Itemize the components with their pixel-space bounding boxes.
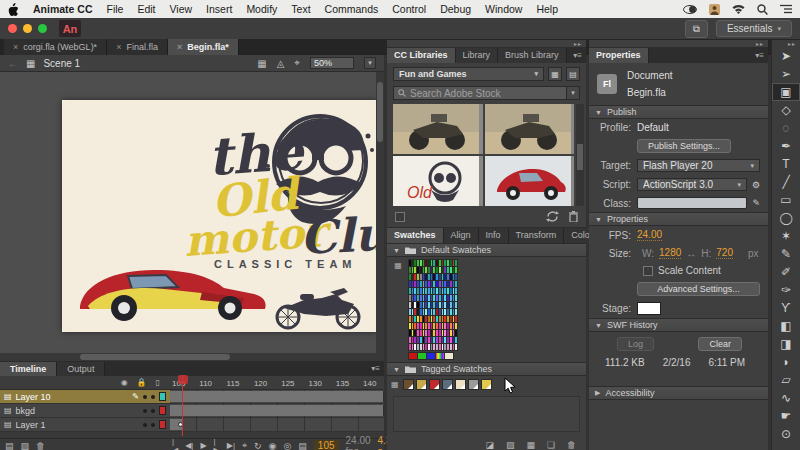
color-swatch[interactable] <box>414 323 416 329</box>
color-swatch[interactable] <box>453 295 455 301</box>
color-swatch[interactable] <box>431 330 433 336</box>
color-swatch[interactable] <box>412 309 414 315</box>
color-swatch[interactable] <box>433 274 435 280</box>
color-swatch[interactable] <box>414 302 416 308</box>
color-swatch[interactable] <box>409 353 417 359</box>
color-swatch[interactable] <box>431 302 433 308</box>
color-swatch[interactable] <box>425 281 427 287</box>
color-swatch[interactable] <box>442 260 444 266</box>
color-swatch[interactable] <box>428 281 430 287</box>
color-swatch[interactable] <box>414 274 416 280</box>
rectangle-tool[interactable]: ▭ <box>772 191 800 209</box>
color-swatch[interactable] <box>439 344 441 350</box>
wifi-icon[interactable] <box>732 4 745 14</box>
close-window-button[interactable] <box>8 24 17 33</box>
color-swatch[interactable] <box>444 295 446 301</box>
target-dropdown[interactable]: Flash Player 20▾ <box>637 159 760 172</box>
layer-outline-color-chip[interactable] <box>159 420 166 429</box>
lasso-tool[interactable]: ◌ <box>772 119 800 137</box>
color-swatch[interactable] <box>428 260 430 266</box>
color-swatch[interactable] <box>412 288 414 294</box>
height-value[interactable]: 720 <box>716 247 733 259</box>
layer-frames[interactable] <box>170 390 384 403</box>
document-tab[interactable]: ×corgi.fla (WebGL)* <box>4 39 107 55</box>
color-swatch[interactable] <box>428 288 430 294</box>
color-swatch[interactable] <box>409 323 411 329</box>
color-swatch[interactable] <box>420 344 422 350</box>
library-item-motorcycle-photo[interactable] <box>393 104 483 154</box>
current-frame-indicator[interactable]: 105 <box>314 440 339 450</box>
color-swatch[interactable] <box>453 344 455 350</box>
color-swatch[interactable] <box>450 316 452 322</box>
color-swatch[interactable] <box>414 330 416 336</box>
color-swatch[interactable] <box>455 288 457 294</box>
free-transform-tool[interactable]: ▣ <box>772 83 800 101</box>
color-swatch[interactable] <box>428 323 430 329</box>
line-tool[interactable]: ╱ <box>772 173 800 191</box>
new-folder-icon[interactable]: ▨ <box>21 441 30 450</box>
color-swatch[interactable] <box>450 274 452 280</box>
search-input[interactable]: Search Adobe Stock <box>393 86 567 100</box>
color-swatch[interactable] <box>409 316 411 322</box>
width-tool[interactable]: ∿ <box>772 389 800 407</box>
color-swatch[interactable] <box>439 309 441 315</box>
color-swatch[interactable] <box>455 309 457 315</box>
color-swatch[interactable] <box>453 316 455 322</box>
color-swatch[interactable] <box>442 323 444 329</box>
color-swatch[interactable] <box>423 260 425 266</box>
color-swatch[interactable] <box>444 330 446 336</box>
play-button[interactable]: ▶ <box>200 441 206 450</box>
color-swatch[interactable] <box>442 344 444 350</box>
polystar-tool[interactable]: ✶ <box>772 227 800 245</box>
color-swatch[interactable] <box>433 330 435 336</box>
color-swatch[interactable] <box>439 316 441 322</box>
color-swatch[interactable] <box>412 330 414 336</box>
color-swatch[interactable] <box>431 288 433 294</box>
publish-section-header[interactable]: ▼ Publish <box>589 105 768 119</box>
color-swatch[interactable] <box>409 267 411 273</box>
hand-tool[interactable]: ☛ <box>772 407 800 425</box>
color-swatch[interactable] <box>442 316 444 322</box>
color-swatch[interactable] <box>444 260 446 266</box>
color-swatch[interactable] <box>453 337 455 343</box>
eyedropper-tool[interactable]: ◗ <box>772 353 800 371</box>
color-swatch[interactable] <box>409 302 411 308</box>
color-swatch[interactable] <box>447 260 449 266</box>
onion-skin-outlines-icon[interactable]: ◎ <box>283 441 291 450</box>
color-swatch[interactable] <box>453 260 455 266</box>
color-swatch[interactable] <box>417 274 419 280</box>
color-swatch[interactable] <box>447 267 449 273</box>
layer-visibility-dot[interactable] <box>143 395 147 399</box>
zoom-tool[interactable]: ⊙ <box>772 425 800 443</box>
menu-help[interactable]: Help <box>536 3 558 15</box>
color-swatch[interactable] <box>412 267 414 273</box>
color-swatch[interactable] <box>431 337 433 343</box>
color-swatch[interactable] <box>453 302 455 308</box>
color-swatch[interactable] <box>412 316 414 322</box>
color-swatch[interactable] <box>433 302 435 308</box>
layer-row[interactable]: ▤bkgd <box>0 404 384 418</box>
grid-view-icon[interactable]: ▦ <box>548 67 562 81</box>
zoom-window-button[interactable] <box>38 24 47 33</box>
color-swatch[interactable] <box>436 260 438 266</box>
color-swatch[interactable] <box>447 323 449 329</box>
color-swatch[interactable] <box>442 267 444 273</box>
color-swatch[interactable] <box>417 302 419 308</box>
color-swatch[interactable] <box>439 260 441 266</box>
class-input[interactable] <box>637 197 747 209</box>
color-swatch[interactable] <box>444 302 446 308</box>
color-swatch[interactable] <box>428 267 430 273</box>
color-swatch[interactable] <box>417 267 419 273</box>
tagged-color-swatch[interactable] <box>416 379 427 390</box>
color-swatch[interactable] <box>455 344 457 350</box>
color-swatch[interactable] <box>455 295 457 301</box>
properties-section-header[interactable]: ▼ Properties <box>589 212 768 226</box>
color-swatch[interactable] <box>412 295 414 301</box>
script-dropdown[interactable]: ActionScript 3.0▾ <box>637 178 747 191</box>
center-frame-icon[interactable]: ⌖ <box>242 440 247 450</box>
color-swatch[interactable] <box>444 323 446 329</box>
color-swatch[interactable] <box>423 323 425 329</box>
tagged-color-swatch[interactable] <box>481 379 492 390</box>
color-swatch[interactable] <box>442 295 444 301</box>
color-swatch[interactable] <box>439 295 441 301</box>
